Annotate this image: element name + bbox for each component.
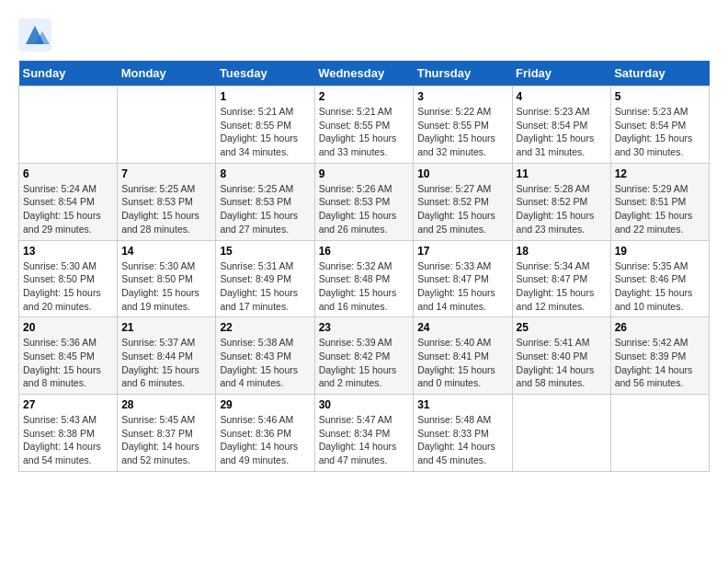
day-number: 13 — [23, 245, 113, 258]
day-number: 25 — [517, 321, 607, 334]
day-number: 26 — [615, 321, 705, 334]
calendar-cell: 17Sunrise: 5:33 AM Sunset: 8:47 PM Dayli… — [414, 240, 512, 317]
cell-content: Sunrise: 5:30 AM Sunset: 8:50 PM Dayligh… — [121, 259, 211, 314]
day-number: 19 — [615, 245, 705, 258]
calendar-cell: 25Sunrise: 5:41 AM Sunset: 8:40 PM Dayli… — [512, 317, 610, 395]
calendar-week-4: 20Sunrise: 5:36 AM Sunset: 8:45 PM Dayli… — [19, 317, 710, 395]
day-number: 24 — [417, 321, 507, 334]
day-number: 3 — [417, 90, 507, 103]
cell-content: Sunrise: 5:25 AM Sunset: 8:53 PM Dayligh… — [220, 182, 310, 236]
calendar-cell: 1Sunrise: 5:21 AM Sunset: 8:55 PM Daylig… — [216, 86, 314, 164]
day-number: 5 — [615, 90, 705, 103]
day-number: 4 — [517, 90, 607, 103]
cell-content: Sunrise: 5:42 AM Sunset: 8:39 PM Dayligh… — [615, 336, 705, 390]
cell-content: Sunrise: 5:41 AM Sunset: 8:40 PM Dayligh… — [517, 336, 607, 390]
cell-content: Sunrise: 5:29 AM Sunset: 8:51 PM Dayligh… — [615, 182, 705, 236]
page-header — [18, 18, 710, 52]
calendar-cell: 10Sunrise: 5:27 AM Sunset: 8:52 PM Dayli… — [414, 163, 512, 240]
day-number: 8 — [220, 167, 310, 180]
day-header-monday: Monday — [118, 61, 216, 86]
cell-content: Sunrise: 5:21 AM Sunset: 8:55 PM Dayligh… — [220, 105, 310, 159]
cell-content: Sunrise: 5:27 AM Sunset: 8:52 PM Dayligh… — [417, 182, 507, 236]
day-number: 21 — [121, 321, 211, 334]
day-number: 20 — [23, 321, 113, 334]
calendar-cell — [512, 395, 610, 472]
day-number: 7 — [121, 167, 211, 180]
calendar-cell: 24Sunrise: 5:40 AM Sunset: 8:41 PM Dayli… — [414, 317, 512, 395]
calendar-cell: 23Sunrise: 5:39 AM Sunset: 8:42 PM Dayli… — [314, 317, 414, 395]
day-header-sunday: Sunday — [19, 61, 118, 86]
day-number: 12 — [615, 167, 705, 180]
calendar-cell: 22Sunrise: 5:38 AM Sunset: 8:43 PM Dayli… — [216, 317, 314, 395]
cell-content: Sunrise: 5:24 AM Sunset: 8:54 PM Dayligh… — [23, 182, 113, 236]
calendar-cell — [118, 86, 216, 164]
day-header-friday: Friday — [512, 61, 610, 86]
cell-content: Sunrise: 5:33 AM Sunset: 8:47 PM Dayligh… — [417, 259, 507, 314]
calendar-cell: 26Sunrise: 5:42 AM Sunset: 8:39 PM Dayli… — [610, 317, 709, 395]
calendar-cell: 5Sunrise: 5:23 AM Sunset: 8:54 PM Daylig… — [610, 86, 709, 164]
cell-content: Sunrise: 5:25 AM Sunset: 8:53 PM Dayligh… — [121, 182, 211, 236]
calendar-cell: 4Sunrise: 5:23 AM Sunset: 8:54 PM Daylig… — [512, 86, 610, 164]
calendar-cell: 20Sunrise: 5:36 AM Sunset: 8:45 PM Dayli… — [19, 317, 118, 395]
cell-content: Sunrise: 5:31 AM Sunset: 8:49 PM Dayligh… — [220, 259, 310, 314]
cell-content: Sunrise: 5:40 AM Sunset: 8:41 PM Dayligh… — [417, 336, 507, 390]
calendar-week-5: 27Sunrise: 5:43 AM Sunset: 8:38 PM Dayli… — [19, 395, 710, 472]
cell-content: Sunrise: 5:47 AM Sunset: 8:34 PM Dayligh… — [319, 413, 410, 467]
day-number: 6 — [23, 167, 113, 180]
day-number: 2 — [319, 90, 410, 103]
calendar-cell: 8Sunrise: 5:25 AM Sunset: 8:53 PM Daylig… — [216, 163, 314, 240]
day-header-tuesday: Tuesday — [216, 61, 314, 86]
calendar-cell: 27Sunrise: 5:43 AM Sunset: 8:38 PM Dayli… — [19, 395, 118, 472]
day-number: 27 — [23, 398, 113, 411]
cell-content: Sunrise: 5:35 AM Sunset: 8:46 PM Dayligh… — [615, 259, 705, 314]
day-header-saturday: Saturday — [610, 61, 709, 86]
calendar-cell: 13Sunrise: 5:30 AM Sunset: 8:50 PM Dayli… — [19, 240, 118, 317]
day-number: 1 — [220, 90, 310, 103]
day-number: 14 — [121, 245, 211, 258]
calendar-cell: 18Sunrise: 5:34 AM Sunset: 8:47 PM Dayli… — [512, 240, 610, 317]
day-number: 9 — [319, 167, 410, 180]
day-number: 15 — [220, 245, 310, 258]
calendar-week-3: 13Sunrise: 5:30 AM Sunset: 8:50 PM Dayli… — [19, 240, 710, 317]
day-number: 17 — [417, 245, 507, 258]
calendar-cell: 12Sunrise: 5:29 AM Sunset: 8:51 PM Dayli… — [610, 163, 709, 240]
calendar-cell: 2Sunrise: 5:21 AM Sunset: 8:55 PM Daylig… — [314, 86, 414, 164]
cell-content: Sunrise: 5:32 AM Sunset: 8:48 PM Dayligh… — [319, 259, 410, 314]
calendar-cell: 19Sunrise: 5:35 AM Sunset: 8:46 PM Dayli… — [610, 240, 709, 317]
calendar-cell: 16Sunrise: 5:32 AM Sunset: 8:48 PM Dayli… — [314, 240, 414, 317]
calendar-table: SundayMondayTuesdayWednesdayThursdayFrid… — [18, 61, 710, 472]
calendar-cell: 21Sunrise: 5:37 AM Sunset: 8:44 PM Dayli… — [118, 317, 216, 395]
day-number: 22 — [220, 321, 310, 334]
calendar-cell: 14Sunrise: 5:30 AM Sunset: 8:50 PM Dayli… — [118, 240, 216, 317]
calendar-cell — [19, 86, 118, 164]
cell-content: Sunrise: 5:39 AM Sunset: 8:42 PM Dayligh… — [319, 336, 410, 390]
cell-content: Sunrise: 5:23 AM Sunset: 8:54 PM Dayligh… — [615, 105, 705, 159]
calendar-cell: 6Sunrise: 5:24 AM Sunset: 8:54 PM Daylig… — [19, 163, 118, 240]
cell-content: Sunrise: 5:30 AM Sunset: 8:50 PM Dayligh… — [23, 259, 113, 314]
calendar-week-1: 1Sunrise: 5:21 AM Sunset: 8:55 PM Daylig… — [19, 86, 710, 164]
cell-content: Sunrise: 5:46 AM Sunset: 8:36 PM Dayligh… — [220, 413, 310, 467]
day-number: 10 — [417, 167, 507, 180]
day-number: 29 — [220, 398, 310, 411]
calendar-cell: 30Sunrise: 5:47 AM Sunset: 8:34 PM Dayli… — [314, 395, 414, 472]
day-number: 11 — [517, 167, 607, 180]
calendar-cell: 29Sunrise: 5:46 AM Sunset: 8:36 PM Dayli… — [216, 395, 314, 472]
calendar-cell: 3Sunrise: 5:22 AM Sunset: 8:55 PM Daylig… — [414, 86, 512, 164]
logo-icon — [18, 18, 51, 52]
day-header-thursday: Thursday — [414, 61, 512, 86]
calendar-cell: 9Sunrise: 5:26 AM Sunset: 8:53 PM Daylig… — [314, 163, 414, 240]
day-number: 30 — [319, 398, 410, 411]
calendar-cell: 11Sunrise: 5:28 AM Sunset: 8:52 PM Dayli… — [512, 163, 610, 240]
calendar-cell — [610, 395, 709, 472]
calendar-header-row: SundayMondayTuesdayWednesdayThursdayFrid… — [19, 61, 710, 86]
calendar-cell: 15Sunrise: 5:31 AM Sunset: 8:49 PM Dayli… — [216, 240, 314, 317]
cell-content: Sunrise: 5:21 AM Sunset: 8:55 PM Dayligh… — [319, 105, 410, 159]
day-number: 18 — [517, 245, 607, 258]
cell-content: Sunrise: 5:36 AM Sunset: 8:45 PM Dayligh… — [23, 336, 113, 390]
day-header-wednesday: Wednesday — [314, 61, 414, 86]
cell-content: Sunrise: 5:37 AM Sunset: 8:44 PM Dayligh… — [121, 336, 211, 390]
calendar-cell: 31Sunrise: 5:48 AM Sunset: 8:33 PM Dayli… — [414, 395, 512, 472]
day-number: 23 — [319, 321, 410, 334]
cell-content: Sunrise: 5:22 AM Sunset: 8:55 PM Dayligh… — [417, 105, 507, 159]
calendar-week-2: 6Sunrise: 5:24 AM Sunset: 8:54 PM Daylig… — [19, 163, 710, 240]
